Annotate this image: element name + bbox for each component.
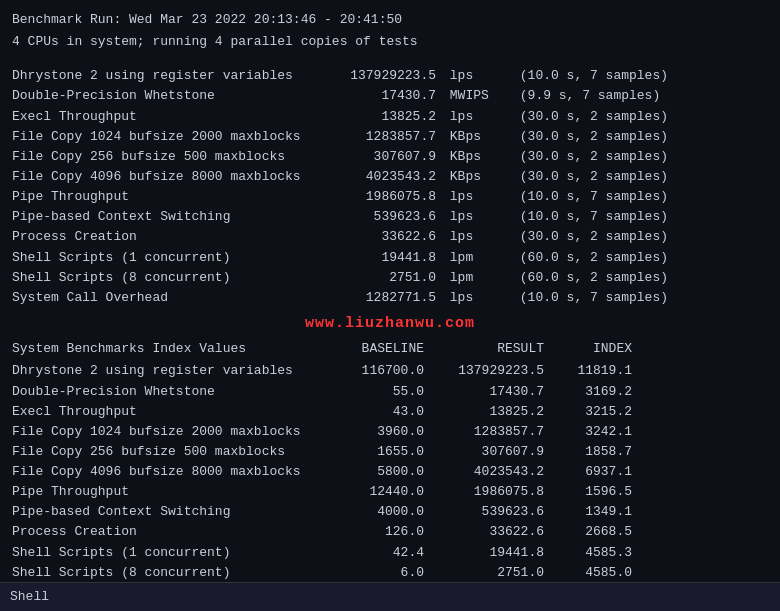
bench-name: Shell Scripts (8 concurrent): [12, 268, 322, 288]
benchmark-row: Shell Scripts (8 concurrent) 2751.0 lpm …: [12, 268, 768, 288]
index-header-index: INDEX: [552, 339, 632, 359]
index-row: Double-Precision Whetstone55.017430.7316…: [12, 382, 768, 402]
benchmark-row: File Copy 1024 bufsize 2000 maxblocks 12…: [12, 127, 768, 147]
index-row-baseline: 3960.0: [322, 422, 432, 442]
bench-value: 13825.2: [322, 107, 442, 127]
index-row-index: 2668.5: [552, 522, 632, 542]
header-line1: Benchmark Run: Wed Mar 23 2022 20:13:46 …: [12, 10, 768, 30]
benchmark-row: Execl Throughput 13825.2 lps (30.0 s, 2 …: [12, 107, 768, 127]
index-row-name: Execl Throughput: [12, 402, 322, 422]
bench-value: 17430.7: [322, 86, 442, 106]
index-row-baseline: 1655.0: [322, 442, 432, 462]
index-row-index: 6937.1: [552, 462, 632, 482]
bench-unit: KBps: [442, 127, 512, 147]
bench-value: 1282771.5: [322, 288, 442, 308]
bench-name: Process Creation: [12, 227, 322, 247]
index-row-index: 3215.2: [552, 402, 632, 422]
bench-meta: (9.9 s, 7 samples): [512, 86, 660, 106]
bench-value: 1986075.8: [322, 187, 442, 207]
benchmark-row: Dhrystone 2 using register variables 137…: [12, 66, 768, 86]
index-row-result: 33622.6: [432, 522, 552, 542]
index-row-index: 1858.7: [552, 442, 632, 462]
bench-name: System Call Overhead: [12, 288, 322, 308]
benchmark-row: Pipe Throughput 1986075.8 lps (10.0 s, 7…: [12, 187, 768, 207]
index-row: File Copy 256 bufsize 500 maxblocks1655.…: [12, 442, 768, 462]
index-header-name: System Benchmarks Index Values: [12, 339, 322, 359]
bench-unit: lpm: [442, 268, 512, 288]
index-row-name: Pipe-based Context Switching: [12, 502, 322, 522]
index-row-baseline: 43.0: [322, 402, 432, 422]
index-header: System Benchmarks Index Values BASELINE …: [12, 339, 768, 359]
index-row-index: 4585.0: [552, 563, 632, 583]
benchmark-row: System Call Overhead 1282771.5 lps (10.0…: [12, 288, 768, 308]
watermark: www.liuzhanwu.com: [12, 312, 768, 335]
index-row-result: 307607.9: [432, 442, 552, 462]
bench-meta: (60.0 s, 2 samples): [512, 268, 668, 288]
shell-label: Shell: [10, 589, 49, 604]
bench-value: 4023543.2: [322, 167, 442, 187]
index-row-name: Double-Precision Whetstone: [12, 382, 322, 402]
bench-unit: lpm: [442, 248, 512, 268]
benchmark-row: Process Creation 33622.6 lps (30.0 s, 2 …: [12, 227, 768, 247]
bench-value: 307607.9: [322, 147, 442, 167]
bench-name: Pipe Throughput: [12, 187, 322, 207]
index-row-baseline: 5800.0: [322, 462, 432, 482]
index-row-baseline: 116700.0: [322, 361, 432, 381]
bench-name: Dhrystone 2 using register variables: [12, 66, 322, 86]
bench-unit: lps: [442, 187, 512, 207]
bench-value: 19441.8: [322, 248, 442, 268]
index-row-name: Process Creation: [12, 522, 322, 542]
index-row-baseline: 12440.0: [322, 482, 432, 502]
index-row-name: Dhrystone 2 using register variables: [12, 361, 322, 381]
bench-unit: KBps: [442, 167, 512, 187]
index-row-result: 17430.7: [432, 382, 552, 402]
index-row: Pipe-based Context Switching4000.0539623…: [12, 502, 768, 522]
index-row-index: 1349.1: [552, 502, 632, 522]
bench-name: File Copy 1024 bufsize 2000 maxblocks: [12, 127, 322, 147]
bench-unit: lps: [442, 207, 512, 227]
index-row: Dhrystone 2 using register variables1167…: [12, 361, 768, 381]
bench-value: 1283857.7: [322, 127, 442, 147]
index-row-result: 13825.2: [432, 402, 552, 422]
index-row-name: Pipe Throughput: [12, 482, 322, 502]
index-row-index: 3169.2: [552, 382, 632, 402]
index-row-baseline: 126.0: [322, 522, 432, 542]
bench-unit: lps: [442, 227, 512, 247]
index-row-result: 137929223.5: [432, 361, 552, 381]
bench-meta: (30.0 s, 2 samples): [512, 107, 668, 127]
index-row-result: 539623.6: [432, 502, 552, 522]
bench-meta: (10.0 s, 7 samples): [512, 66, 668, 86]
bench-unit: lps: [442, 288, 512, 308]
index-row-result: 19441.8: [432, 543, 552, 563]
bench-unit: KBps: [442, 147, 512, 167]
index-row-name: File Copy 1024 bufsize 2000 maxblocks: [12, 422, 322, 442]
benchmark-row: Double-Precision Whetstone 17430.7 MWIPS…: [12, 86, 768, 106]
index-row: Execl Throughput43.013825.23215.2: [12, 402, 768, 422]
shell-bar: Shell: [0, 582, 780, 611]
index-header-baseline: BASELINE: [322, 339, 432, 359]
header-line2: 4 CPUs in system; running 4 parallel cop…: [12, 32, 768, 52]
index-row-result: 2751.0: [432, 563, 552, 583]
benchmark-row: File Copy 256 bufsize 500 maxblocks 3076…: [12, 147, 768, 167]
index-row: Pipe Throughput12440.01986075.81596.5: [12, 482, 768, 502]
bench-name: Execl Throughput: [12, 107, 322, 127]
benchmark-row: File Copy 4096 bufsize 8000 maxblocks 40…: [12, 167, 768, 187]
terminal: Benchmark Run: Wed Mar 23 2022 20:13:46 …: [12, 10, 768, 611]
index-row-baseline: 4000.0: [322, 502, 432, 522]
index-row-index: 4585.3: [552, 543, 632, 563]
bench-unit: lps: [442, 66, 512, 86]
index-row-index: 1596.5: [552, 482, 632, 502]
bench-name: Pipe-based Context Switching: [12, 207, 322, 227]
index-row: Shell Scripts (1 concurrent)42.419441.84…: [12, 543, 768, 563]
bench-meta: (30.0 s, 2 samples): [512, 147, 668, 167]
index-row: File Copy 1024 bufsize 2000 maxblocks396…: [12, 422, 768, 442]
index-row: File Copy 4096 bufsize 8000 maxblocks580…: [12, 462, 768, 482]
index-header-result: RESULT: [432, 339, 552, 359]
bench-value: 2751.0: [322, 268, 442, 288]
index-row: Shell Scripts (8 concurrent)6.02751.0458…: [12, 563, 768, 583]
index-row-baseline: 55.0: [322, 382, 432, 402]
index-row-baseline: 42.4: [322, 543, 432, 563]
bench-meta: (30.0 s, 2 samples): [512, 227, 668, 247]
bench-unit: lps: [442, 107, 512, 127]
bench-name: Shell Scripts (1 concurrent): [12, 248, 322, 268]
